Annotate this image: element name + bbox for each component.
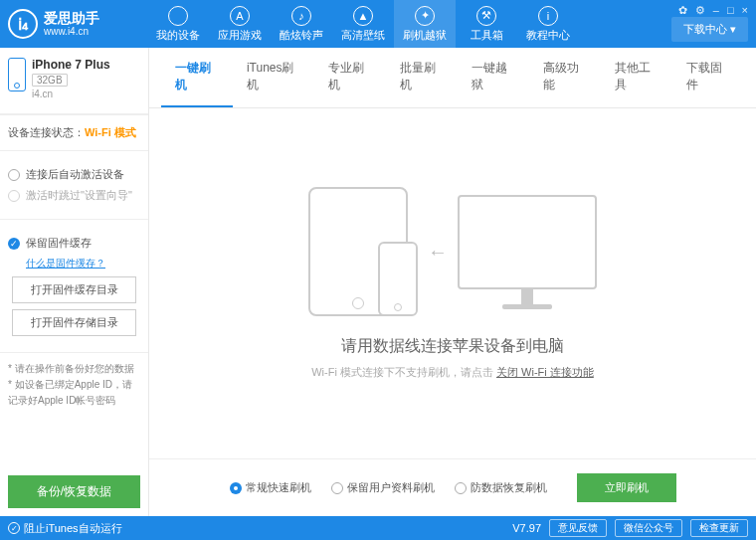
wechat-button[interactable]: 微信公众号 — [615, 519, 682, 537]
tab-jailbreak[interactable]: 一键越狱 — [458, 48, 529, 107]
flash-options-bar: 常规快速刷机 保留用户资料刷机 防数据恢复刷机 立即刷机 — [149, 458, 756, 516]
backup-restore-button[interactable]: 备份/恢复数据 — [8, 475, 140, 508]
radio-icon — [8, 169, 20, 181]
disable-wifi-link[interactable]: 关闭 Wi-Fi 连接功能 — [496, 366, 594, 378]
tab-oneclick-flash[interactable]: 一键刷机 — [161, 48, 233, 107]
auto-activate-option[interactable]: 连接后自动激活设备 — [8, 167, 140, 182]
radio-icon — [455, 482, 467, 494]
maximize-icon[interactable]: □ — [727, 4, 734, 17]
cache-help-link[interactable]: 什么是固件缓存？ — [26, 257, 140, 270]
subtabs: 一键刷机 iTunes刷机 专业刷机 批量刷机 一键越狱 高级功能 其他工具 下… — [149, 48, 756, 108]
nav-ringtones[interactable]: ♪酷炫铃声 — [271, 0, 332, 48]
theme-icon[interactable]: ✿ — [678, 4, 687, 17]
phone-outline-icon — [378, 242, 418, 316]
close-icon[interactable]: × — [742, 4, 748, 17]
open-cache-dir-button[interactable]: 打开固件缓存目录 — [12, 276, 136, 303]
flash-now-button[interactable]: 立即刷机 — [577, 473, 676, 502]
nav-tutorials[interactable]: i教程中心 — [517, 0, 579, 48]
radio-checked-icon — [230, 482, 242, 494]
skip-setup-option[interactable]: 激活时跳过"设置向导" — [8, 188, 140, 203]
device-source: i4.cn — [32, 89, 110, 99]
box-icon: ✦ — [415, 6, 435, 26]
download-center-button[interactable]: 下载中心 ▾ — [671, 17, 748, 42]
sidebar: iPhone 7 Plus 32GB i4.cn 设备连接状态：Wi-Fi 模式… — [0, 48, 149, 516]
window-controls: ✿ ⚙ – □ × — [678, 4, 748, 17]
primary-nav: 我的设备 A应用游戏 ♪酷炫铃声 ▲高清壁纸 ✦刷机越狱 ⚒工具箱 i教程中心 — [147, 0, 671, 48]
tab-download-fw[interactable]: 下载固件 — [672, 48, 744, 107]
opt-keep-data-flash[interactable]: 保留用户资料刷机 — [331, 480, 435, 495]
phone-icon — [8, 58, 26, 91]
keep-cache-option[interactable]: ✓保留固件缓存 — [8, 236, 140, 251]
radio-icon — [331, 482, 343, 494]
monitor-icon — [458, 195, 597, 309]
firmware-cache-section: ✓保留固件缓存 什么是固件缓存？ 打开固件缓存目录 打开固件存储目录 — [0, 220, 148, 353]
activation-options: 连接后自动激活设备 激活时跳过"设置向导" — [0, 151, 148, 220]
info-icon: i — [538, 6, 558, 26]
device-capacity: 32GB — [32, 74, 68, 87]
settings-icon[interactable]: ⚙ — [695, 4, 705, 17]
image-icon: ▲ — [353, 6, 373, 26]
tab-advanced[interactable]: 高级功能 — [529, 48, 601, 107]
nav-toolbox[interactable]: ⚒工具箱 — [456, 0, 517, 48]
tab-other-tools[interactable]: 其他工具 — [601, 48, 672, 107]
open-storage-dir-button[interactable]: 打开固件存储目录 — [12, 309, 136, 336]
device-name: iPhone 7 Plus — [32, 58, 110, 72]
checked-icon: ✓ — [8, 238, 20, 250]
minimize-icon[interactable]: – — [713, 4, 719, 17]
nav-wallpapers[interactable]: ▲高清壁纸 — [332, 0, 394, 48]
content-area: ← 请用数据线连接苹果设备到电脑 Wi-Fi 模式连接下不支持刷机，请点击 关闭… — [149, 108, 756, 458]
logo: ⅰ₄ 爱思助手 www.i4.cn — [8, 9, 147, 39]
connection-status: 设备连接状态：Wi-Fi 模式 — [0, 114, 148, 151]
check-icon: ✓ — [8, 522, 20, 534]
app-title: 爱思助手 — [44, 11, 99, 26]
app-icon: A — [230, 6, 250, 26]
connect-prompt-title: 请用数据线连接苹果设备到电脑 — [341, 336, 564, 357]
bell-icon: ♪ — [291, 6, 311, 26]
wifi-mode-label: Wi-Fi 模式 — [85, 126, 136, 138]
sidebar-notes: * 请在操作前备份好您的数据 * 如设备已绑定Apple ID，请记录好Appl… — [0, 353, 148, 475]
header-bar: ⅰ₄ 爱思助手 www.i4.cn 我的设备 A应用游戏 ♪酷炫铃声 ▲高清壁纸… — [0, 0, 756, 48]
tab-itunes-flash[interactable]: iTunes刷机 — [233, 48, 315, 107]
apple-icon — [168, 6, 188, 26]
connect-illustration: ← — [308, 187, 597, 316]
tools-icon: ⚒ — [476, 6, 496, 26]
arrow-icon: ← — [428, 241, 448, 264]
check-update-button[interactable]: 检查更新 — [690, 519, 748, 537]
device-card[interactable]: iPhone 7 Plus 32GB i4.cn — [0, 48, 148, 114]
version-label: V7.97 — [512, 522, 541, 534]
main-panel: 一键刷机 iTunes刷机 专业刷机 批量刷机 一键越狱 高级功能 其他工具 下… — [149, 48, 756, 516]
nav-my-device[interactable]: 我的设备 — [147, 0, 209, 48]
block-itunes-toggle[interactable]: ✓ 阻止iTunes自动运行 — [8, 521, 122, 536]
radio-icon — [8, 190, 20, 202]
opt-anti-recovery-flash[interactable]: 防数据恢复刷机 — [455, 480, 547, 495]
connect-prompt-sub: Wi-Fi 模式连接下不支持刷机，请点击 关闭 Wi-Fi 连接功能 — [311, 365, 594, 380]
tab-batch-flash[interactable]: 批量刷机 — [386, 48, 458, 107]
nav-flash[interactable]: ✦刷机越狱 — [394, 0, 456, 48]
opt-normal-flash[interactable]: 常规快速刷机 — [230, 480, 311, 495]
nav-apps[interactable]: A应用游戏 — [209, 0, 271, 48]
feedback-button[interactable]: 意见反馈 — [549, 519, 607, 537]
logo-icon: ⅰ₄ — [8, 9, 38, 39]
app-url: www.i4.cn — [44, 26, 99, 37]
status-bar: ✓ 阻止iTunes自动运行 V7.97 意见反馈 微信公众号 检查更新 — [0, 516, 756, 540]
tab-pro-flash[interactable]: 专业刷机 — [314, 48, 386, 107]
